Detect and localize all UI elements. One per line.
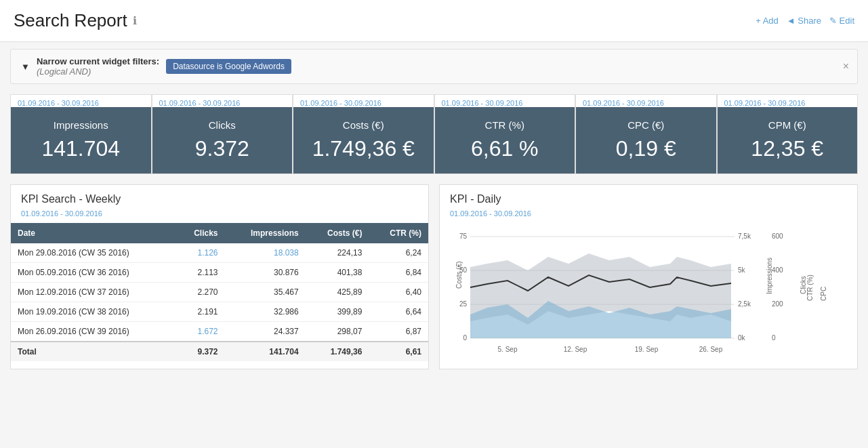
kpi-value-2: 1.749,36 €: [304, 136, 423, 161]
y-right2-0: 0: [772, 334, 776, 342]
footer-clicks: 9.372: [175, 342, 225, 361]
kpi-label-5: CPM (€): [728, 119, 848, 131]
main-content: KPI Search - Weekly 01.09.2016 - 30.09.2…: [10, 184, 858, 369]
kpi-box-3: CTR (%) 6,61 %: [435, 107, 575, 174]
kpi-box-1: Clicks 9.372: [152, 107, 293, 174]
row-costs: 298,07: [306, 322, 369, 342]
kpi-date-0: 01.09.2016 - 30.09.2016: [11, 95, 151, 107]
y-right-label-75k: 7,5k: [738, 232, 751, 240]
kpi-box-0: Impressions 141.704: [11, 107, 151, 174]
row-date: Mon 12.09.2016 (CW 37 2016): [11, 283, 175, 302]
footer-costs: 1.749,36: [306, 342, 369, 361]
chart-container: 75 50 25 0 7,5k 5k 2,5k 0k 600 400 200 0: [440, 223, 857, 369]
table-row: Mon 19.09.2016 (CW 38 2016) 2.191 32.986…: [11, 302, 428, 322]
kpi-date-1: 01.09.2016 - 30.09.2016: [152, 95, 293, 107]
filter-tag[interactable]: Datasource is Google Adwords: [166, 59, 291, 74]
y-right-label-25k: 2,5k: [738, 300, 751, 308]
kpi-box-5: CPM (€) 12,35 €: [718, 107, 858, 174]
y-label-75: 75: [459, 232, 468, 240]
info-icon[interactable]: ℹ: [133, 14, 137, 27]
kpi-label-2: Costs (€): [304, 119, 423, 131]
row-impressions: 30.876: [224, 263, 305, 283]
x-label-5sep: 5. Sep: [498, 346, 518, 353]
kpi-label-4: CPC (€): [586, 119, 706, 131]
row-ctr: 6,64: [369, 302, 428, 322]
kpi-label-0: Impressions: [21, 119, 141, 131]
footer-ctr: 6,61: [369, 342, 428, 361]
y-right-label-0k: 0k: [738, 334, 746, 342]
chart-date: 01.09.2016 - 30.09.2016: [440, 208, 857, 223]
y-label-0: 0: [463, 334, 467, 342]
header-actions: + Add ◄ Share ✎ Edit: [756, 16, 854, 26]
kpi-value-4: 0,19 €: [586, 136, 706, 161]
table-date: 01.09.2016 - 30.09.2016: [11, 208, 428, 223]
chart-title: KPI - Daily: [440, 185, 857, 208]
col-ctr: CTR (%): [369, 223, 428, 243]
x-label-26sep: 26. Sep: [699, 346, 723, 353]
row-impressions: 32.986: [224, 302, 305, 322]
row-impressions: 24.337: [224, 322, 305, 342]
row-costs: 425,89: [306, 283, 369, 302]
row-clicks[interactable]: 1.126: [175, 243, 225, 263]
y-right2-400: 400: [772, 266, 783, 274]
kpi-date-2: 01.09.2016 - 30.09.2016: [293, 95, 434, 107]
table-row: Mon 05.09.2016 (CW 36 2016) 2.113 30.876…: [11, 263, 428, 283]
kpi-card-1: 01.09.2016 - 30.09.2016 Clicks 9.372: [152, 94, 293, 174]
kpi-label-1: Clicks: [163, 119, 283, 131]
axis-title-cpm: CPM: [832, 286, 833, 301]
row-ctr: 6,40: [369, 283, 428, 302]
row-clicks[interactable]: 1.672: [175, 322, 225, 342]
row-date: Mon 26.09.2016 (CW 39 2016): [11, 322, 175, 342]
col-clicks: Clicks: [175, 223, 225, 243]
row-clicks: 2.270: [175, 283, 225, 302]
title-text: Search Report: [14, 10, 127, 31]
filter-bar: ▼ Narrow current widget filters: (Logica…: [10, 49, 858, 84]
col-costs: Costs (€): [306, 223, 369, 243]
x-label-19sep: 19. Sep: [635, 346, 659, 353]
kpi-card-3: 01.09.2016 - 30.09.2016 CTR (%) 6,61 %: [434, 94, 576, 174]
row-ctr: 6,84: [369, 263, 428, 283]
table-row: Mon 12.09.2016 (CW 37 2016) 2.270 35.467…: [11, 283, 428, 302]
add-button[interactable]: + Add: [756, 16, 779, 26]
chart-svg: 75 50 25 0 7,5k 5k 2,5k 0k 600 400 200 0: [447, 226, 833, 362]
row-costs: 401,38: [306, 263, 369, 283]
table-body: Mon 29.08.2016 (CW 35 2016) 1.126 18.038…: [11, 243, 428, 342]
kpi-box-4: CPC (€) 0,19 €: [576, 107, 716, 174]
kpi-row: 01.09.2016 - 30.09.2016 Impressions 141.…: [10, 94, 858, 174]
x-label-12sep: 12. Sep: [564, 346, 587, 353]
axis-title-costs: Costs (€): [455, 261, 463, 289]
table-row: Mon 29.08.2016 (CW 35 2016) 1.126 18.038…: [11, 243, 428, 263]
kpi-value-1: 9.372: [163, 136, 283, 161]
funnel-icon: ▼: [21, 62, 30, 72]
kpi-label-3: CTR (%): [445, 119, 565, 131]
footer-label: Total: [11, 342, 175, 361]
edit-button[interactable]: ✎ Edit: [829, 16, 854, 26]
chart-section: KPI - Daily 01.09.2016 - 30.09.2016 75 5…: [439, 184, 858, 369]
filter-label: Narrow current widget filters: (Logical …: [37, 56, 159, 77]
y-label-25: 25: [459, 300, 468, 308]
table-section: KPI Search - Weekly 01.09.2016 - 30.09.2…: [10, 184, 429, 369]
kpi-date-5: 01.09.2016 - 30.09.2016: [718, 95, 858, 107]
axis-title-cpc: CPC: [820, 287, 827, 301]
table-footer: Total 9.372 141.704 1.749,36 6,61: [11, 342, 428, 361]
data-table: Date Clicks Impressions Costs (€) CTR (%…: [11, 223, 428, 361]
kpi-date-3: 01.09.2016 - 30.09.2016: [435, 95, 575, 107]
row-costs: 399,89: [306, 302, 369, 322]
row-costs: 224,13: [306, 243, 369, 263]
filter-close-button[interactable]: ×: [843, 60, 849, 73]
row-date: Mon 19.09.2016 (CW 38 2016): [11, 302, 175, 322]
table-title: KPI Search - Weekly: [11, 185, 428, 208]
y-right-label-5k: 5k: [738, 266, 746, 274]
row-impressions[interactable]: 18.038: [224, 243, 305, 263]
axis-title-ctr: CTR (%): [806, 274, 814, 301]
kpi-card-2: 01.09.2016 - 30.09.2016 Costs (€) 1.749,…: [293, 94, 434, 174]
axis-title-impressions: Impressions: [766, 258, 773, 294]
kpi-value-5: 12,35 €: [728, 136, 848, 161]
kpi-card-5: 01.09.2016 - 30.09.2016 CPM (€) 12,35 €: [717, 94, 859, 174]
share-button[interactable]: ◄ Share: [787, 16, 821, 26]
row-clicks: 2.191: [175, 302, 225, 322]
table-header: Date Clicks Impressions Costs (€) CTR (%…: [11, 223, 428, 243]
header: Search Report ℹ + Add ◄ Share ✎ Edit: [0, 0, 868, 42]
row-clicks: 2.113: [175, 263, 225, 283]
kpi-card-0: 01.09.2016 - 30.09.2016 Impressions 141.…: [10, 94, 152, 174]
